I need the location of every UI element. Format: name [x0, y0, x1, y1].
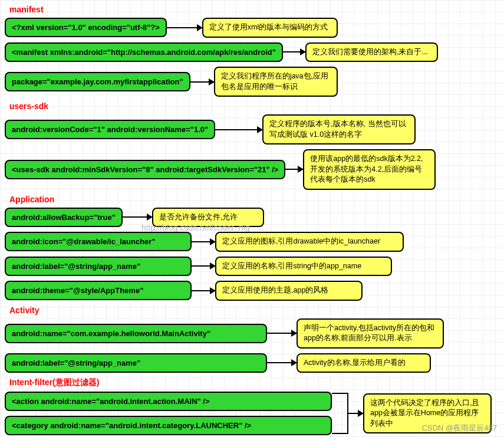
code-act-name: android:name="com.example.helloworld.Mai… [5, 324, 267, 343]
row-package: package="example.jay.com.myfirstapplicat… [5, 67, 504, 97]
arrow-icon [190, 81, 214, 83]
code-package: package="example.jay.com.myfirstapplicat… [5, 72, 190, 91]
section-manifest: manifest [9, 5, 504, 14]
section-users-sdk: users-sdk [9, 101, 504, 111]
arrow-icon [348, 413, 363, 414]
section-activity: Activity [9, 305, 504, 315]
section-intent-filter: Intent-filter(意图过滤器) [9, 377, 504, 388]
desc-uses-sdk: 使用该app的最低的sdk版本为2.2,开发的系统版本为4.2,后面的编号代表每… [303, 149, 436, 190]
arrow-icon [167, 27, 202, 28]
bracket-icon [342, 393, 348, 434]
arrow-icon [267, 333, 297, 334]
arrow-icon [215, 129, 262, 130]
row-icon: android:icon="@drawable/ic_launcher" 定义应… [5, 232, 504, 252]
code-icon: android:icon="@drawable/ic_launcher" [5, 232, 192, 251]
code-category: <category android:name="android.intent.c… [5, 416, 332, 435]
code-act-label: android:label="@string/app_name" [5, 353, 267, 373]
code-xml-decl: <?xml version="1.0" encoding="utf-8"?> [5, 18, 167, 37]
row-label: android:label="@string/app_name" 定义应用的名称… [5, 257, 504, 277]
code-theme: android:theme="@style/AppTheme" [5, 281, 192, 300]
desc-version: 定义程序的版本号,版本名称, 当然也可以写成测试版 v1.0这样的名字 [262, 114, 416, 144]
desc-act-name: 声明一个activity,包括activity所在的包和app的名称,前面部分可… [297, 318, 444, 349]
row-manifest-ns: <manifest xmlns:android="http://schemas.… [5, 42, 504, 63]
code-label: android:label="@string/app_name" [5, 257, 192, 276]
desc-manifest-ns: 定义我们需要使用的架构,来自于... [305, 42, 438, 63]
arrow-icon [123, 216, 152, 218]
arrow-icon [192, 265, 215, 267]
row-act-label: android:label="@string/app_name" Activit… [5, 353, 504, 373]
code-uses-sdk: <uses-sdk android:minSdkVersion="8" andr… [5, 160, 285, 179]
code-backup: android:allowBackup="true" [5, 208, 123, 227]
code-manifest-ns: <manifest xmlns:android="http://schemas.… [5, 42, 283, 62]
desc-label: 定义应用的名称,引用string中的app_name [215, 257, 392, 277]
arrow-icon [192, 290, 215, 291]
code-version: android:versionCode="1" android:versionN… [5, 120, 215, 139]
row-xml-decl: <?xml version="1.0" encoding="utf-8"?> 定… [5, 18, 504, 38]
row-uses-sdk: <uses-sdk android:minSdkVersion="8" andr… [5, 149, 504, 190]
row-theme: android:theme="@style/AppTheme" 定义应用使用的主… [5, 281, 504, 301]
footer-watermark: CSDN @夜雨星辰487 [422, 423, 497, 433]
arrow-icon [192, 241, 215, 242]
row-backup: android:allowBackup="true" 是否允许备份文件,允许 [5, 208, 504, 228]
section-application: Application [9, 195, 504, 204]
code-action: <action android:name="android.intent.act… [5, 392, 332, 411]
arrow-icon [267, 362, 297, 363]
row-version: android:versionCode="1" android:versionN… [5, 114, 504, 144]
desc-act-label: Activity的名称,显示给用户看的 [297, 353, 431, 373]
arrow-icon [285, 169, 303, 170]
desc-icon: 定义应用的图标,引用drawable中的ic_launchaer [215, 232, 404, 252]
desc-backup: 是否允许备份文件,允许 [152, 208, 264, 228]
desc-theme: 定义应用使用的主题,app的风格 [215, 281, 363, 301]
desc-package: 定义我们程序所在的java包,应用包名是应用的唯一标识 [214, 67, 338, 97]
arrow-icon [283, 51, 305, 52]
row-act-name: android:name="com.example.helloworld.Mai… [5, 318, 504, 349]
desc-xml-decl: 定义了使用xml的版本与编码的方式 [202, 18, 338, 38]
